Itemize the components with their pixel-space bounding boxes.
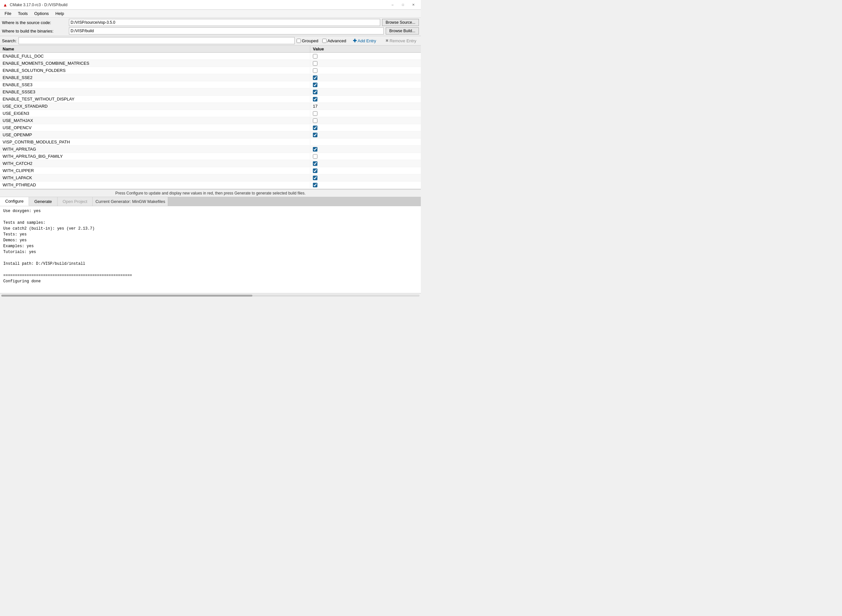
cell-value xyxy=(310,175,421,181)
table-row: WITH_CLIPPER xyxy=(0,167,421,175)
cell-value xyxy=(310,125,421,131)
tab-configure[interactable]: Configure xyxy=(0,197,29,206)
title-bar: ▲ CMake 3.17.0-rc3 - D:/VISP/build – □ ✕ xyxy=(0,0,421,10)
cell-value xyxy=(310,168,421,174)
output-line: Tests: yes xyxy=(3,232,418,238)
cell-value xyxy=(310,53,421,59)
row-checkbox[interactable] xyxy=(313,133,317,137)
menu-file[interactable]: File xyxy=(1,10,15,17)
scrollbar-track xyxy=(1,295,420,296)
cell-name: WITH_CATCH2 xyxy=(0,160,310,167)
row-checkbox[interactable] xyxy=(313,68,317,73)
tab-generate[interactable]: Generate xyxy=(29,197,57,206)
build-label: Where to build the binaries: xyxy=(2,29,67,34)
app-icon: ▲ xyxy=(3,2,8,7)
cell-value xyxy=(310,96,421,102)
advanced-checkbox[interactable] xyxy=(322,39,327,43)
close-button[interactable]: ✕ xyxy=(408,1,418,9)
output-area: Use doxygen: yes Tests and samples: Use … xyxy=(0,206,421,293)
cell-name: ENABLE_SOLUTION_FOLDERS xyxy=(0,67,310,73)
row-checkbox[interactable] xyxy=(313,126,317,130)
cell-value xyxy=(310,132,421,138)
remove-icon: ✖ xyxy=(385,38,389,43)
output-line: Configuring done xyxy=(3,279,418,284)
table-row: ENABLE_MOMENTS_COMBINE_MATRICES xyxy=(0,60,421,67)
cell-value xyxy=(310,189,421,190)
remove-entry-button[interactable]: ✖ Remove Entry xyxy=(383,38,419,44)
row-checkbox[interactable] xyxy=(313,75,317,80)
cell-name: WITH_PTHREAD xyxy=(0,182,310,188)
row-checkbox[interactable] xyxy=(313,90,317,94)
row-checkbox[interactable] xyxy=(313,169,317,173)
row-checkbox[interactable] xyxy=(313,61,317,66)
cell-value xyxy=(310,67,421,73)
table-row: WITH_CATCH2 xyxy=(0,160,421,167)
row-checkbox[interactable] xyxy=(313,183,317,187)
row-checkbox[interactable] xyxy=(313,147,317,151)
cell-value xyxy=(310,147,421,152)
cell-name: ENABLE_TEST_WITHOUT_DISPLAY xyxy=(0,96,310,102)
add-entry-button[interactable]: ✚ Add Entry xyxy=(350,37,379,44)
cell-value xyxy=(310,118,421,123)
table-row: ENABLE_TEST_WITHOUT_DISPLAY xyxy=(0,95,421,103)
cell-name: USE_CXX_STANDARD xyxy=(0,103,310,109)
remove-entry-label: Remove Entry xyxy=(390,38,416,43)
maximize-button[interactable]: □ xyxy=(398,1,408,9)
menu-help[interactable]: Help xyxy=(52,10,67,17)
browse-source-button[interactable]: Browse Source... xyxy=(382,19,419,26)
output-line: Use catch2 (built-in): yes (ver 2.13.7) xyxy=(3,226,418,232)
cell-name: ENABLE_SSE3 xyxy=(0,82,310,88)
cell-value xyxy=(310,161,421,167)
row-checkbox[interactable] xyxy=(313,154,317,159)
cell-value: 17 xyxy=(310,103,421,109)
row-checkbox[interactable] xyxy=(313,54,317,59)
table-row: USE_OPENMP xyxy=(0,131,421,139)
cell-value xyxy=(310,60,421,66)
row-checkbox[interactable] xyxy=(313,118,317,123)
generator-label: Current Generator: MinGW Makefiles xyxy=(95,199,165,204)
output-line: Examples: yes xyxy=(3,243,418,249)
cell-name: USE_OPENCV xyxy=(0,125,310,131)
bottom-scrollbar[interactable] xyxy=(0,293,421,298)
source-input[interactable] xyxy=(69,19,380,26)
cell-value xyxy=(310,82,421,88)
menu-options[interactable]: Options xyxy=(31,10,52,17)
table-row: ENABLE_SSSE3 xyxy=(0,88,421,95)
menu-tools[interactable]: Tools xyxy=(15,10,31,17)
tab-open-project: Open Project xyxy=(57,197,93,206)
grouped-label: Grouped xyxy=(302,38,318,43)
toolbar: Where is the source code: Browse Source.… xyxy=(0,18,421,36)
minimize-button[interactable]: – xyxy=(388,1,398,9)
cell-value xyxy=(310,182,421,188)
grouped-checkbox[interactable] xyxy=(296,39,301,43)
source-label: Where is the source code: xyxy=(2,20,67,25)
cell-name: WITH_APRILTAG_BIG_FAMILY xyxy=(0,153,310,159)
advanced-option[interactable]: Advanced xyxy=(322,38,346,43)
table-body: ENABLE_FULL_DOCENABLE_MOMENTS_COMBINE_MA… xyxy=(0,53,421,189)
table-row: USE_CXX_STANDARD17 xyxy=(0,103,421,110)
row-checkbox[interactable] xyxy=(313,111,317,116)
browse-build-button[interactable]: Browse Build... xyxy=(386,27,419,34)
row-checkbox[interactable] xyxy=(313,97,317,101)
build-input[interactable] xyxy=(69,27,384,34)
grouped-option[interactable]: Grouped xyxy=(296,38,318,43)
output-line xyxy=(3,255,418,261)
search-input[interactable] xyxy=(19,37,295,44)
row-checkbox[interactable] xyxy=(313,176,317,180)
cell-name: WITH_LAPACK xyxy=(0,175,310,181)
menu-bar: File Tools Options Help xyxy=(0,10,421,18)
table-row: ENABLE_SOLUTION_FOLDERS xyxy=(0,67,421,74)
table-row: ENABLE_SSE3 xyxy=(0,81,421,88)
table-row: WITH_PTHREAD xyxy=(0,182,421,189)
table-row: USE_OPENCV xyxy=(0,124,421,131)
row-checkbox[interactable] xyxy=(313,83,317,87)
status-message: Press Configure to update and display ne… xyxy=(115,191,305,195)
table-row: USE_EIGEN3 xyxy=(0,110,421,117)
table-row: ENABLE_FULL_DOC xyxy=(0,53,421,60)
cell-name: USE_MATHJAX xyxy=(0,117,310,123)
cell-name: ENABLE_FULL_DOC xyxy=(0,53,310,59)
cell-name: VISP_CONTRIB_MODULES_PATH xyxy=(0,139,310,145)
row-checkbox[interactable] xyxy=(313,161,317,166)
tabs-row: Configure Generate Open Project Current … xyxy=(0,197,421,206)
cell-name: WITH_CLIPPER xyxy=(0,167,310,174)
